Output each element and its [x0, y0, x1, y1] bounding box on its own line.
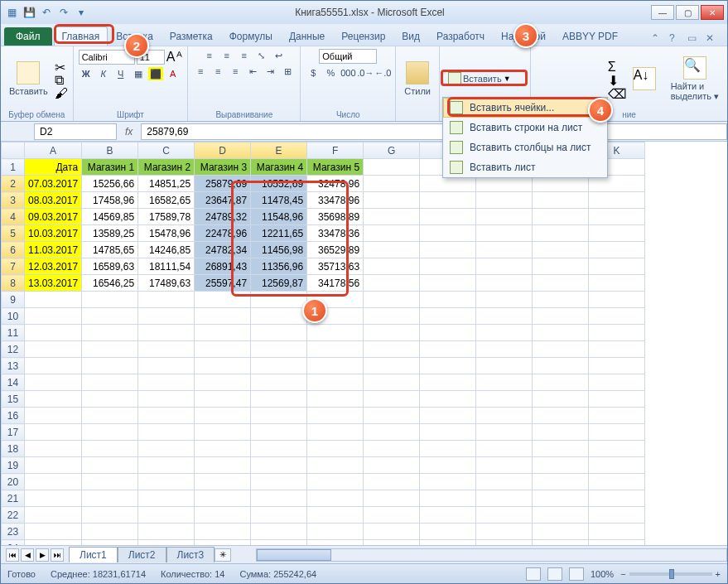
cell[interactable]	[25, 391, 82, 408]
cell[interactable]	[420, 424, 476, 441]
cell[interactable]	[533, 225, 589, 242]
cell[interactable]	[420, 374, 476, 391]
paste-button[interactable]: Вставить	[6, 60, 51, 98]
name-box[interactable]: D2	[34, 123, 117, 140]
cell[interactable]	[533, 358, 589, 374]
cell[interactable]	[251, 308, 307, 325]
cell[interactable]	[138, 374, 195, 391]
cell-header[interactable]: Магазин 5	[307, 159, 364, 176]
insert-cells-button[interactable]: Вставить ▼	[445, 70, 514, 87]
cell[interactable]	[533, 192, 589, 209]
tab-home[interactable]: Главная	[54, 27, 108, 46]
tab-layout[interactable]: Разметка	[162, 27, 221, 46]
cell[interactable]	[589, 540, 645, 546]
cell[interactable]	[476, 408, 533, 424]
cell[interactable]	[533, 275, 589, 292]
cell[interactable]	[251, 524, 307, 540]
cell[interactable]	[251, 391, 307, 408]
cell[interactable]	[589, 242, 645, 258]
cell[interactable]	[138, 507, 195, 524]
cell[interactable]	[420, 507, 476, 524]
cell[interactable]	[533, 424, 589, 441]
row-header-24[interactable]: 24	[2, 540, 25, 546]
cell[interactable]	[533, 490, 589, 507]
menu-insert-cells[interactable]: Вставить ячейки...	[443, 98, 607, 118]
menu-insert-rows[interactable]: Вставить строки на лист	[443, 118, 607, 138]
cell-header[interactable]: Магазин 2	[138, 159, 195, 176]
cell[interactable]	[82, 292, 138, 308]
cell[interactable]	[25, 524, 82, 540]
cell[interactable]	[307, 341, 364, 358]
cell[interactable]	[533, 540, 589, 546]
cell[interactable]	[364, 225, 420, 242]
cell[interactable]	[364, 524, 420, 540]
cell[interactable]	[476, 374, 533, 391]
cell[interactable]	[364, 441, 420, 457]
cell[interactable]	[589, 308, 645, 325]
cell[interactable]	[476, 225, 533, 242]
cell[interactable]	[364, 474, 420, 490]
cell[interactable]	[364, 358, 420, 374]
cell[interactable]	[25, 374, 82, 391]
cell[interactable]	[420, 408, 476, 424]
cell[interactable]	[307, 408, 364, 424]
qat-more-icon[interactable]: ▾	[74, 5, 89, 20]
col-header-G[interactable]: G	[364, 142, 420, 159]
cell[interactable]	[82, 341, 138, 358]
cell[interactable]	[420, 524, 476, 540]
sheet-nav-next[interactable]: ▶	[36, 548, 49, 562]
cell[interactable]	[364, 325, 420, 341]
cell[interactable]	[589, 441, 645, 457]
percent-icon[interactable]: %	[323, 66, 338, 80]
format-painter-icon[interactable]: 🖌	[55, 86, 68, 98]
align-mid-icon[interactable]: ≡	[219, 49, 234, 62]
cell[interactable]	[589, 424, 645, 441]
new-sheet-button[interactable]: ✳	[215, 548, 231, 562]
cell[interactable]	[364, 242, 420, 258]
cell-header[interactable]: Магазин 4	[251, 159, 307, 176]
cell[interactable]: 12.03.2017	[25, 258, 82, 275]
cell[interactable]	[476, 325, 533, 341]
cell[interactable]	[533, 457, 589, 474]
minimize-ribbon-icon[interactable]: ⌃	[651, 32, 664, 46]
cell[interactable]	[476, 341, 533, 358]
menu-insert-columns[interactable]: Вставить столбцы на лист	[443, 138, 607, 157]
cell[interactable]: 14569,85	[82, 209, 138, 225]
cell[interactable]	[251, 507, 307, 524]
menu-insert-sheet[interactable]: Вставить лист	[443, 157, 607, 177]
grow-font-icon[interactable]: A	[166, 50, 176, 65]
redo-icon[interactable]: ↷	[56, 5, 71, 20]
cell[interactable]	[82, 540, 138, 546]
cell[interactable]	[138, 457, 195, 474]
sort-filter-button[interactable]: A↓	[629, 65, 659, 92]
cell[interactable]	[364, 258, 420, 275]
cell[interactable]	[251, 292, 307, 308]
cell[interactable]	[476, 242, 533, 258]
cell[interactable]: 36529,89	[307, 242, 364, 258]
cell[interactable]	[476, 209, 533, 225]
cell[interactable]: 08.03.2017	[25, 192, 82, 209]
row-header-16[interactable]: 16	[2, 408, 25, 424]
cell[interactable]: 14785,65	[82, 242, 138, 258]
shrink-font-icon[interactable]: ᴬ	[176, 49, 182, 65]
cell[interactable]	[25, 507, 82, 524]
cell[interactable]: 33478,96	[307, 192, 364, 209]
cell[interactable]	[138, 441, 195, 457]
cell[interactable]	[195, 490, 251, 507]
row-header-10[interactable]: 10	[2, 308, 25, 325]
select-all-corner[interactable]	[2, 142, 25, 159]
cell[interactable]	[533, 292, 589, 308]
sheet-tab-2[interactable]: Лист2	[118, 547, 166, 562]
autosum-icon[interactable]: Σ	[608, 60, 621, 71]
cell[interactable]	[364, 159, 420, 176]
cell[interactable]	[307, 540, 364, 546]
fill-color-icon[interactable]: ⬛	[148, 67, 163, 80]
cell[interactable]	[195, 391, 251, 408]
cell[interactable]	[82, 490, 138, 507]
file-tab[interactable]: Файл	[4, 27, 52, 46]
cell[interactable]	[420, 209, 476, 225]
tab-formulas[interactable]: Формулы	[221, 27, 281, 46]
cell[interactable]: 13589,25	[82, 225, 138, 242]
row-header-5[interactable]: 5	[2, 225, 25, 242]
cell[interactable]	[364, 374, 420, 391]
